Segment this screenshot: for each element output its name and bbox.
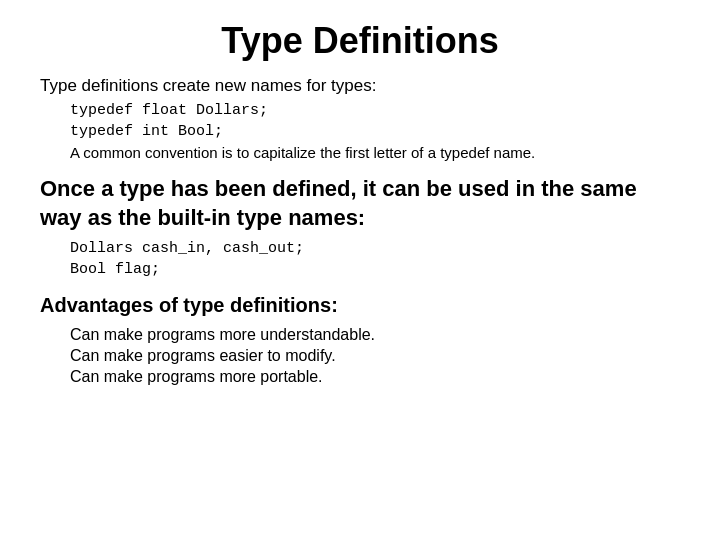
- intro-code2: typedef int Bool;: [70, 123, 680, 140]
- section2-bullet1: Can make programs more understandable.: [70, 326, 680, 344]
- intro-code1: typedef float Dollars;: [70, 102, 680, 119]
- intro-subtitle: Type definitions create new names for ty…: [40, 76, 680, 96]
- section1-heading: Once a type has been defined, it can be …: [40, 175, 680, 232]
- section2-bullet2: Can make programs easier to modify.: [70, 347, 680, 365]
- section2-bullet3: Can make programs more portable.: [70, 368, 680, 386]
- intro-note: A common convention is to capitalize the…: [70, 144, 680, 161]
- intro-section: Type definitions create new names for ty…: [40, 76, 680, 161]
- section2: Advantages of type definitions: Can make…: [40, 292, 680, 386]
- page-title: Type Definitions: [40, 20, 680, 62]
- section1: Once a type has been defined, it can be …: [40, 175, 680, 278]
- section2-heading: Advantages of type definitions:: [40, 292, 680, 318]
- section1-code2: Bool flag;: [70, 261, 680, 278]
- section1-code1: Dollars cash_in, cash_out;: [70, 240, 680, 257]
